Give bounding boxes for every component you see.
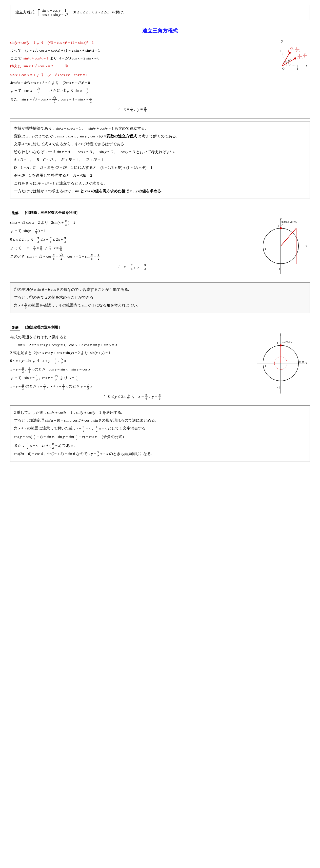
b2-step3: 2 式を足すと 2(sin x cos y + cos x sin y) = 2…	[10, 349, 254, 356]
svg-text:−1: −1	[263, 247, 266, 251]
b2-remark3: 角 x + y の範囲に注意して解いた後，y = π2 − x， 52 π − …	[14, 425, 306, 432]
svg-text:√3: √3	[290, 47, 293, 50]
b2-remark2: すると，加法定理 sin(α + β) = sin α cos β + cos …	[14, 417, 306, 424]
step1: sin²y + cos²y = 1 より (√3 − cos x)² + (1 …	[10, 39, 254, 46]
betsukai1-step5: このとき sin y = √3 − cos π6 = √32 , cos y =…	[10, 253, 254, 261]
svg-text:x: x	[306, 361, 307, 365]
graph-svg1: x y O 1 1 ( 1	[254, 38, 307, 96]
svg-text:1: 1	[297, 364, 299, 368]
remark-line1: 本解が標準解法であり，sin²x + cos²x = 1， sin²y + co…	[14, 125, 306, 132]
b2-remark1: 2 乗して足した後，sin²x + cos²x = 1，sin²y + cos²…	[14, 409, 306, 416]
svg-text:1: 1	[297, 67, 298, 70]
step7: よって cos x = √32 さらに, ①より sin x = 12	[10, 87, 254, 95]
svg-text:y: y	[280, 218, 282, 221]
betsukai1-label: 別解 ［①以降，三角関数の合成を利用］	[10, 210, 310, 216]
svg-text:O: O	[282, 67, 285, 70]
svg-point-10	[294, 57, 296, 59]
betsukai2-label: 別解 ［加法定理の逆を利用］	[10, 325, 310, 331]
svg-text:1: 1	[297, 247, 299, 251]
svg-text:1: 1	[296, 46, 297, 49]
svg-text:π/6: π/6	[288, 59, 291, 61]
remark-line8: これをさらに A² + B² = 1 と連立すると A，B が求まる.	[14, 180, 306, 187]
svg-text:−1: −1	[277, 267, 280, 271]
remark-line9: 一方だけでは解が 2 つ求まるので，sin と cos の値を両方求めた後で x…	[14, 188, 306, 195]
svg-text:x: x	[306, 64, 307, 68]
problem-text: 連立方程式 ⎧ sin x + cos y = 1 cos x + sin y …	[16, 10, 124, 14]
b2-step4: 0 ≤ x + y ≤ 4π より x + y = π2 , 52 π	[10, 357, 254, 365]
b1-comment1: ①の左辺が a sin θ + b cos θ の形なので，合成することが可能で…	[14, 286, 306, 293]
b2-remark5: また， 52 π − x = 2π + ( π2 − x) である.	[14, 442, 306, 450]
svg-text:(: (	[297, 55, 298, 59]
problem-box: 連立方程式 ⎧ sin x + cos y = 1 cos x + sin y …	[10, 5, 310, 20]
b2-step6: よって sin x = 12 , cos x = √32 より x = π6	[10, 375, 254, 382]
svg-text:y: y	[280, 333, 282, 336]
step2: よって (3 − 2√3 cos x + cos²x) + (1 − 2 sin…	[10, 47, 254, 54]
svg-point-47	[280, 227, 282, 229]
svg-text:1: 1	[278, 224, 279, 228]
step5: sin²x + cos²x = 1 より (2 − √3 cos x)² + c…	[10, 72, 254, 79]
svg-text:y π/2  5/2π: y π/2 5/2π	[282, 341, 292, 343]
svg-text:1: 1	[299, 54, 300, 56]
remark-line2: 変数は x，y の 2 つだが，sin x，cos x，sin y，cos y …	[14, 133, 306, 140]
svg-text:√3: √3	[303, 53, 306, 55]
betsukai2-graph: x y 1 1 −1 −1 y π/2 5/2π 0, 4π	[254, 333, 310, 400]
remark-line5: A + D = 1， B + C = √3， A² + B² = 1， C² +…	[14, 156, 306, 163]
b1-comment2: すると，①のみで x の値を求めることができる.	[14, 294, 306, 301]
b2-conclusion: ∴ 0 ≤ y ≤ 2π より x = π6 , y = π3	[10, 393, 254, 401]
b2-step2: sin²x + 2 sin x cos y + cos²y = 1, cos²x…	[18, 342, 254, 348]
conclusion1: ∴ x = π6 , y = π3	[10, 106, 254, 113]
svg-text:0, 4π: 0, 4π	[299, 360, 304, 363]
betsukai1-step1: sin x + √3 cos x = 2 より 2sin(x + π3 ) = …	[10, 219, 254, 227]
solution-content: sin²y + cos²y = 1 より (√3 − cos x)² + (1 …	[10, 38, 254, 116]
separator1	[10, 118, 310, 119]
remark-line3: 文字 4 つに対して式 4 であるから，すべて特定できるはずである.	[14, 141, 306, 148]
svg-text:2: 2	[304, 56, 305, 59]
betsukai1-content: sin x + √3 cos x = 2 より 2sin(x + π3 ) = …	[10, 218, 254, 273]
svg-text:π/3: π/3	[283, 61, 287, 64]
b2-step1: 与式の両辺をそれぞれ 2 乗すると	[10, 334, 254, 341]
svg-text:,: ,	[302, 55, 303, 58]
betsukai2-tag: 別解	[10, 325, 20, 331]
svg-text:−1: −1	[277, 386, 280, 389]
graph-svg3: x y 1 1 −1 −1 y π/2 5/2π 0, 4π	[254, 333, 307, 399]
step3: ここで sin²x + cos²x = 1 より 4 − 2√3 cos x −…	[10, 55, 254, 62]
betsukai1-area: sin x + √3 cos x = 2 より 2sin(x + π3 ) = …	[10, 218, 310, 280]
svg-text:1: 1	[277, 341, 278, 345]
svg-text:2: 2	[291, 50, 292, 53]
betsukai1-tag: 別解	[10, 210, 20, 216]
b2-step7: x + y = π2 のとき y = π3 , x + y = 52 π のとき…	[10, 383, 254, 391]
svg-text:x: x	[306, 244, 307, 248]
svg-line-46	[281, 228, 296, 246]
remark-line4: 紛らわしいならば，一旦 sin x = A， cos x = B， sin y …	[14, 149, 306, 155]
graph-svg2: x y 1 1 −1 −1 y	[254, 218, 307, 279]
betsukai1-comment: ①の左辺が a sin θ + b cos θ の形なので，合成することが可能で…	[10, 282, 310, 313]
svg-text:−1: −1	[263, 364, 266, 368]
svg-text:1: 1	[280, 49, 282, 53]
page-wrapper: 連立方程式 ⎧ sin x + cos y = 1 cos x + sin y …	[0, 0, 320, 469]
remark-line6: D = 1 − A，C = √3 − B を C² + D² = 1 に代入する…	[14, 164, 306, 171]
svg-text:2: 2	[296, 50, 297, 52]
betsukai1-graph: x y 1 1 −1 −1 y	[254, 218, 310, 280]
betsukai1-step3: 0 ≤ x ≤ 2π より π3 ≤ x + π3 ≤ 2π + π3	[10, 236, 254, 244]
b2-remark4: cos y = cos( π2 − x) = sin x, sin y = si…	[14, 433, 306, 441]
svg-point-11	[289, 52, 291, 54]
main-solution-area: sin²y + cos²y = 1 より (√3 − cos x)² + (1 …	[10, 38, 310, 116]
betsukai2-remark: 2 乗して足した後，sin²x + cos²x = 1，sin²y + cos²…	[10, 405, 310, 462]
betsukai1-step4: よって x + π3 = π2 より x = π6	[10, 245, 254, 252]
remark-line7: A² + B² = 1 を適用して整理すると A + √3B = 2	[14, 172, 306, 179]
svg-text:): )	[299, 49, 300, 52]
svg-text:2: 2	[299, 57, 300, 60]
step8: また sin y = √3 − cos x = √32 , cos y = 1 …	[10, 96, 254, 103]
section-title: 連立三角方程式	[10, 27, 310, 34]
graph-right: x y O 1 1 ( 1	[254, 38, 310, 97]
b2-remark6: cos(2π + θ) = cos θ，sin(2π + θ) = sin θ …	[14, 451, 306, 458]
betsukai1-conclusion: ∴ x = π6 , y = π3	[10, 263, 254, 271]
betsukai1-step2: よって sin(x + π3 ) = 1	[10, 227, 254, 235]
step4: ゆえに sin x + √3 cos x = 2 ……①	[10, 63, 254, 70]
svg-text:,: ,	[294, 49, 295, 52]
step6: 4cos²x − 4√3 cos x + 3 = 0 より (2cos x − …	[10, 80, 254, 86]
b1-comment3: 角 x + π3 の範囲を確認し，その範囲内で sin が 1 になる角を考えれ…	[14, 302, 306, 309]
remark-box: 本解が標準解法であり，sin²x + cos²x = 1， sin²y + co…	[10, 121, 310, 198]
betsukai2-area: 与式の両辺をそれぞれ 2 乗すると sin²x + 2 sin x cos y …	[10, 333, 310, 403]
betsukai2-content: 与式の両辺をそれぞれ 2 乗すると sin²x + 2 sin x cos y …	[10, 333, 254, 403]
